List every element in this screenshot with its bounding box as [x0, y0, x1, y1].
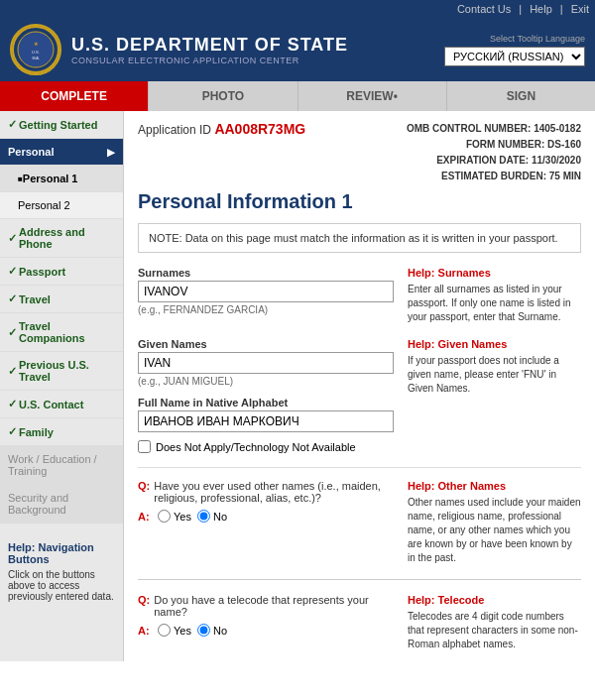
department-name: U.S. DEPARTMENT OF STATE	[71, 35, 348, 56]
expiry-label: EXPIRATION DATE:	[436, 155, 529, 166]
nav-tabs: COMPLETE PHOTO REVIEW SIGN	[0, 81, 595, 111]
q2-help-title: Help: Telecode	[408, 594, 581, 606]
q1-no-radio[interactable]	[197, 510, 210, 523]
top-bar: Contact Us | Help | Exit	[0, 0, 595, 18]
sidebar-item-personal-1[interactable]: Personal 1	[0, 166, 123, 192]
section-divider	[138, 579, 581, 580]
sidebar-item-family[interactable]: Family	[0, 418, 123, 446]
surnames-example: (e.g., FERNANDEZ GARCIA)	[138, 304, 394, 315]
q2-yes-radio[interactable]	[158, 624, 171, 637]
app-id-block: Application ID AA008R73MG	[138, 121, 305, 137]
omb-label: OMB CONTROL NUMBER:	[407, 123, 531, 134]
native-name-input[interactable]	[138, 410, 394, 432]
lang-label: Select Tooltip Language	[490, 34, 585, 44]
app-id-label: Application ID	[138, 123, 211, 137]
q2-text: Do you have a telecode that represents y…	[154, 594, 394, 618]
native-checkbox[interactable]	[138, 440, 151, 453]
omb-value: 1405-0182	[534, 123, 581, 134]
exit-link[interactable]: Exit	[571, 3, 589, 15]
q1-help: Help: Other Names Other names used inclu…	[408, 480, 581, 565]
sidebar-item-travel[interactable]: Travel	[0, 286, 123, 313]
q1-help-text: Other names used include your maiden nam…	[408, 496, 581, 565]
sidebar-help-text: Click on the buttons above to access pre…	[8, 569, 115, 602]
surnames-help: Help: Surnames Enter all surnames as lis…	[408, 267, 581, 324]
given-names-left: Given Names (e.g., JUAN MIGUEL) Full Nam…	[138, 338, 394, 453]
q1-q-label: Q:	[138, 480, 150, 492]
q1-yes-label: Yes	[174, 511, 191, 523]
svg-text:U.S.: U.S.	[32, 50, 40, 55]
sidebar-item-security: Security and Background	[0, 485, 123, 524]
burden-label: ESTIMATED BURDEN:	[441, 171, 546, 181]
app-id-row: Application ID AA008R73MG OMB CONTROL NU…	[138, 121, 581, 184]
tab-review[interactable]: REVIEW	[298, 81, 446, 111]
question-2-section: Q: Do you have a telecode that represent…	[138, 594, 581, 651]
language-select[interactable]: РУССКИЙ (RUSSIAN)	[444, 47, 585, 66]
form-value: DS-160	[547, 139, 581, 150]
surnames-section: Surnames (e.g., FERNANDEZ GARCIA) Help: …	[138, 267, 581, 324]
arrow-icon: ▶	[107, 147, 115, 158]
omb-info: OMB CONTROL NUMBER: 1405-0182 FORM NUMBE…	[407, 121, 581, 184]
q1-left: Q: Have you ever used other names (i.e.,…	[138, 480, 394, 523]
tab-sign[interactable]: SIGN	[446, 81, 595, 111]
center-name: CONSULAR ELECTRONIC APPLICATION CENTER	[71, 56, 348, 65]
app-id-value: AA008R73MG	[214, 121, 305, 137]
q2-yes-label: Yes	[174, 625, 191, 637]
sidebar-item-passport[interactable]: Passport	[0, 258, 123, 286]
q1-row: Q: Have you ever used other names (i.e.,…	[138, 480, 581, 565]
q2-no-radio[interactable]	[197, 624, 210, 637]
q2-answer-row: A: Yes No	[138, 624, 394, 637]
sidebar-item-previous-us-travel[interactable]: Previous U.S. Travel	[0, 352, 123, 391]
sidebar-item-personal[interactable]: Personal ▶	[0, 139, 123, 166]
svg-text:SEAL: SEAL	[32, 57, 40, 60]
native-name-label: Full Name in Native Alphabet	[138, 397, 394, 408]
q1-help-title: Help: Other Names	[408, 480, 581, 492]
sidebar-item-us-contact[interactable]: U.S. Contact	[0, 391, 123, 418]
contact-link[interactable]: Contact Us	[457, 3, 511, 15]
sidebar-help-block: Help: Navigation Buttons Click on the bu…	[0, 533, 123, 610]
given-names-help: Help: Given Names If your passport does …	[408, 338, 581, 453]
page-title: Personal Information 1	[138, 190, 581, 213]
q2-left: Q: Do you have a telecode that represent…	[138, 594, 394, 637]
q2-yes-option[interactable]: Yes	[158, 624, 191, 637]
note-text: NOTE: Data on this page must match the i…	[149, 232, 558, 244]
given-names-label: Given Names	[138, 338, 394, 350]
question-1-section: Q: Have you ever used other names (i.e.,…	[138, 467, 581, 565]
native-checkbox-row: Does Not Apply/Technology Not Available	[138, 440, 394, 453]
sidebar-help-title: Help: Navigation Buttons	[8, 541, 115, 565]
surnames-help-text: Enter all surnames as listed in your pas…	[408, 283, 581, 324]
q1-yes-option[interactable]: Yes	[158, 510, 191, 523]
help-link[interactable]: Help	[530, 3, 552, 15]
q1-no-label: No	[213, 511, 227, 523]
tab-photo[interactable]: PHOTO	[148, 81, 297, 111]
language-selector-block: Select Tooltip Language РУССКИЙ (RUSSIAN…	[444, 34, 585, 66]
surnames-input[interactable]	[138, 281, 394, 302]
expiry-value: 11/30/2020	[532, 155, 581, 166]
sidebar-item-personal-2[interactable]: Personal 2	[0, 192, 123, 219]
surnames-help-title: Help: Surnames	[408, 267, 581, 279]
q2-no-option[interactable]: No	[197, 624, 227, 637]
given-names-section: Given Names (e.g., JUAN MIGUEL) Full Nam…	[138, 338, 581, 453]
burden-value: 75 MIN	[549, 171, 581, 181]
q2-no-label: No	[213, 625, 227, 637]
q1-a-label: A:	[138, 511, 152, 523]
tab-complete[interactable]: COMPLETE	[0, 81, 148, 111]
surnames-label: Surnames	[138, 267, 394, 279]
sidebar-item-address[interactable]: Address and Phone	[0, 219, 123, 258]
sidebar-item-travel-companions[interactable]: Travel Companions	[0, 313, 123, 352]
q1-no-option[interactable]: No	[197, 510, 227, 523]
content-area: Application ID AA008R73MG OMB CONTROL NU…	[124, 111, 595, 661]
sidebar: Getting Started Personal ▶ Personal 1 Pe…	[0, 111, 124, 661]
q1-yes-radio[interactable]	[158, 510, 171, 523]
q2-row: Q: Do you have a telecode that represent…	[138, 594, 581, 651]
q1-answer-row: A: Yes No	[138, 510, 394, 523]
given-names-help-text: If your passport does not include a give…	[408, 354, 581, 396]
given-names-help-title: Help: Given Names	[408, 338, 581, 350]
sidebar-item-work: Work / Education / Training	[0, 446, 123, 485]
sidebar-item-getting-started[interactable]: Getting Started	[0, 111, 123, 139]
q2-help: Help: Telecode Telecodes are 4 digit cod…	[408, 594, 581, 651]
surnames-left: Surnames (e.g., FERNANDEZ GARCIA)	[138, 267, 394, 324]
given-names-input[interactable]	[138, 352, 394, 374]
native-checkbox-label: Does Not Apply/Technology Not Available	[156, 441, 356, 453]
q2-help-text: Telecodes are 4 digit code numbers that …	[408, 610, 581, 651]
header: ★ U.S. SEAL U.S. DEPARTMENT OF STATE CON…	[0, 18, 595, 81]
